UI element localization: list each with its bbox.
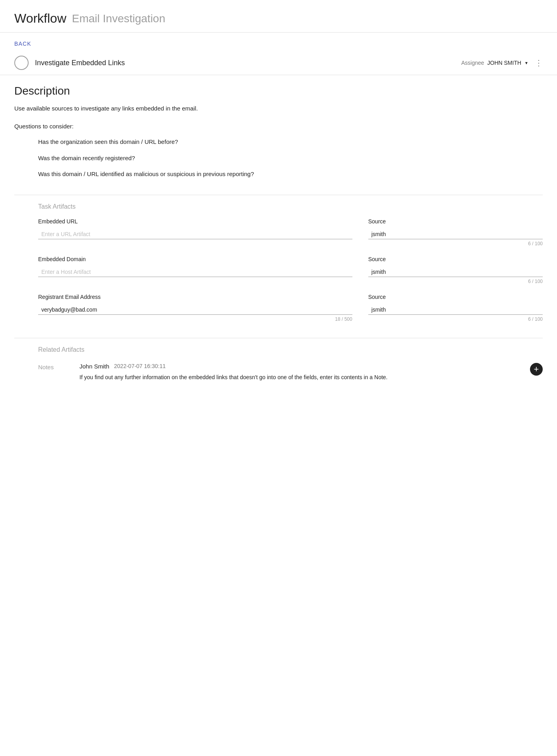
- source-label-2: Source: [368, 256, 543, 262]
- artifact-row-domain: Embedded Domain Source 6 / 100: [38, 256, 543, 284]
- workflow-subtitle: Email Investigation: [72, 12, 165, 25]
- note-row: John Smith 2022-07-07 16:30:11 If you fi…: [79, 363, 543, 382]
- artifact-row-url: Embedded URL Source 6 / 100: [38, 218, 543, 246]
- task-header: Investigate Embedded Links Assignee JOHN…: [0, 51, 557, 75]
- source-counter-3: 6 / 100: [368, 316, 543, 322]
- related-artifacts-section: Related Artifacts: [14, 338, 543, 353]
- source-input-2[interactable]: [368, 266, 543, 277]
- source-input-3[interactable]: [368, 303, 543, 315]
- notes-section: Notes John Smith 2022-07-07 16:30:11 If …: [14, 363, 543, 382]
- related-artifacts-title: Related Artifacts: [14, 346, 543, 353]
- embedded-domain-field: Embedded Domain: [38, 256, 352, 277]
- source-label-1: Source: [368, 218, 543, 225]
- task-complete-circle[interactable]: [14, 56, 29, 70]
- artifacts-container: Embedded URL Source 6 / 100 Embedded Dom…: [14, 218, 543, 322]
- note-timestamp: 2022-07-07 16:30:11: [114, 363, 166, 369]
- embedded-domain-source-field: Source 6 / 100: [368, 256, 543, 284]
- question-2: Was the domain recently registered?: [38, 154, 543, 163]
- more-options-icon[interactable]: ⋮: [535, 58, 543, 68]
- chevron-down-icon[interactable]: ▼: [524, 61, 528, 65]
- embedded-url-field: Embedded URL: [38, 218, 352, 239]
- note-text: If you find out any further information …: [79, 373, 525, 382]
- questions-intro: Questions to consider:: [14, 123, 543, 130]
- source-label-3: Source: [368, 294, 543, 300]
- section-divider-1: [14, 195, 543, 195]
- note-meta: John Smith 2022-07-07 16:30:11: [79, 363, 525, 370]
- notes-label: Notes: [38, 363, 70, 370]
- note-author: John Smith: [79, 363, 109, 370]
- registrant-email-label: Registrant Email Address: [38, 294, 352, 300]
- note-entry: John Smith 2022-07-07 16:30:11 If you fi…: [79, 363, 543, 382]
- page-header: Workflow Email Investigation: [0, 0, 557, 33]
- description-heading: Description: [14, 85, 543, 97]
- add-note-button[interactable]: +: [530, 363, 543, 376]
- embedded-url-label: Embedded URL: [38, 218, 352, 225]
- source-counter-1: 6 / 100: [368, 241, 543, 246]
- embedded-url-source-field: Source 6 / 100: [368, 218, 543, 246]
- assignee-section: Assignee JOHN SMITH ▼: [461, 60, 528, 66]
- embedded-domain-label: Embedded Domain: [38, 256, 352, 262]
- notes-header: Notes John Smith 2022-07-07 16:30:11 If …: [38, 363, 543, 382]
- artifact-counter-3: 18 / 500: [38, 316, 352, 322]
- question-3: Was this domain / URL identified as mali…: [38, 170, 543, 179]
- assignee-label: Assignee: [461, 60, 484, 66]
- assignee-name: JOHN SMITH: [487, 60, 522, 66]
- task-artifacts-title: Task Artifacts: [14, 203, 543, 210]
- embedded-url-input[interactable]: [38, 228, 352, 239]
- source-counter-2: 6 / 100: [368, 279, 543, 284]
- registrant-email-input[interactable]: [38, 303, 352, 315]
- registrant-email-field: Registrant Email Address 18 / 500: [38, 294, 352, 322]
- questions-list: Has the organization seen this domain / …: [14, 138, 543, 179]
- source-input-1[interactable]: [368, 228, 543, 239]
- description-text: Use available sources to investigate any…: [14, 104, 543, 113]
- registrant-email-source-field: Source 6 / 100: [368, 294, 543, 322]
- note-content: John Smith 2022-07-07 16:30:11 If you fi…: [79, 363, 525, 382]
- artifact-row-email: Registrant Email Address 18 / 500 Source…: [38, 294, 543, 322]
- question-1: Has the organization seen this domain / …: [38, 138, 543, 147]
- task-title: Investigate Embedded Links: [35, 59, 461, 67]
- section-divider-2: [14, 338, 543, 338]
- workflow-label: Workflow: [14, 11, 66, 26]
- back-button[interactable]: BACK: [0, 33, 557, 51]
- main-content: Description Use available sources to inv…: [0, 75, 557, 391]
- embedded-domain-input[interactable]: [38, 266, 352, 277]
